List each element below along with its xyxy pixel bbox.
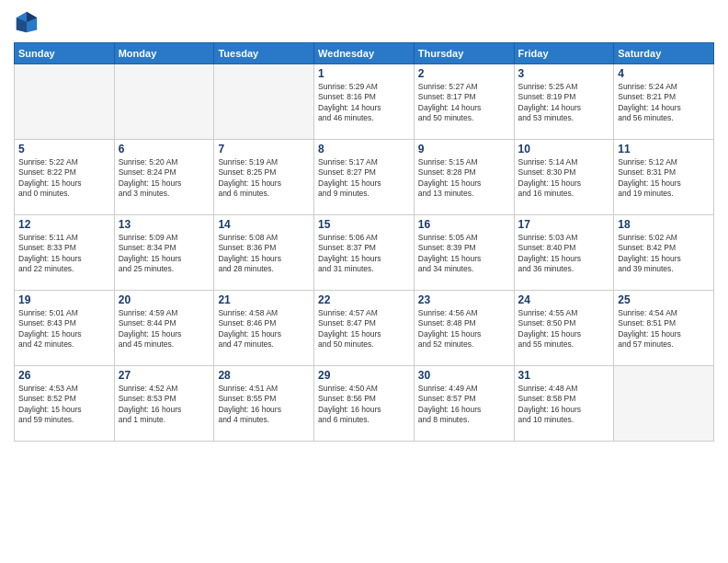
day-number: 26: [18, 369, 110, 382]
calendar-week-row: 1Sunrise: 5:29 AM Sunset: 8:16 PM Daylig…: [15, 64, 714, 140]
day-info: Sunrise: 5:11 AM Sunset: 8:33 PM Dayligh…: [18, 233, 110, 275]
calendar-cell: 25Sunrise: 4:54 AM Sunset: 8:51 PM Dayli…: [614, 291, 714, 366]
calendar-cell: 21Sunrise: 4:58 AM Sunset: 8:46 PM Dayli…: [214, 291, 314, 366]
day-number: 2: [418, 67, 510, 80]
day-number: 8: [318, 143, 410, 155]
calendar-cell: 12Sunrise: 5:11 AM Sunset: 8:33 PM Dayli…: [15, 215, 115, 291]
calendar-table: SundayMondayTuesdayWednesdayThursdayFrid…: [14, 42, 714, 442]
calendar-cell: 1Sunrise: 5:29 AM Sunset: 8:16 PM Daylig…: [314, 64, 415, 140]
calendar-cell: [114, 64, 214, 140]
day-info: Sunrise: 4:51 AM Sunset: 8:55 PM Dayligh…: [218, 384, 310, 426]
calendar-cell: 10Sunrise: 5:14 AM Sunset: 8:30 PM Dayli…: [514, 140, 614, 215]
day-number: 7: [218, 143, 310, 155]
day-info: Sunrise: 5:15 AM Sunset: 8:28 PM Dayligh…: [418, 157, 510, 200]
day-number: 9: [418, 143, 510, 155]
day-number: 27: [119, 369, 210, 382]
col-header-tuesday: Tuesday: [214, 43, 314, 64]
day-info: Sunrise: 5:02 AM Sunset: 8:42 PM Dayligh…: [618, 233, 710, 275]
calendar-cell: 6Sunrise: 5:20 AM Sunset: 8:24 PM Daylig…: [114, 140, 214, 215]
calendar-cell: 30Sunrise: 4:49 AM Sunset: 8:57 PM Dayli…: [414, 366, 514, 442]
day-number: 11: [618, 143, 710, 155]
day-number: 20: [119, 293, 210, 306]
day-info: Sunrise: 4:56 AM Sunset: 8:48 PM Dayligh…: [418, 308, 510, 350]
day-info: Sunrise: 5:19 AM Sunset: 8:25 PM Dayligh…: [218, 157, 310, 200]
calendar-cell: 7Sunrise: 5:19 AM Sunset: 8:25 PM Daylig…: [214, 140, 314, 215]
calendar-week-row: 26Sunrise: 4:53 AM Sunset: 8:52 PM Dayli…: [15, 366, 714, 442]
calendar-cell: 28Sunrise: 4:51 AM Sunset: 8:55 PM Dayli…: [214, 366, 314, 442]
calendar-cell: 24Sunrise: 4:55 AM Sunset: 8:50 PM Dayli…: [514, 291, 614, 366]
col-header-monday: Monday: [114, 43, 214, 64]
calendar-cell: 17Sunrise: 5:03 AM Sunset: 8:40 PM Dayli…: [514, 215, 614, 291]
day-number: 19: [18, 293, 110, 306]
calendar-cell: 8Sunrise: 5:17 AM Sunset: 8:27 PM Daylig…: [314, 140, 415, 215]
calendar-cell: 27Sunrise: 4:52 AM Sunset: 8:53 PM Dayli…: [114, 366, 214, 442]
day-info: Sunrise: 4:48 AM Sunset: 8:58 PM Dayligh…: [518, 384, 610, 426]
calendar-cell: 4Sunrise: 5:24 AM Sunset: 8:21 PM Daylig…: [614, 64, 714, 140]
day-number: 22: [318, 293, 410, 306]
calendar-week-row: 19Sunrise: 5:01 AM Sunset: 8:43 PM Dayli…: [15, 291, 714, 366]
day-info: Sunrise: 4:54 AM Sunset: 8:51 PM Dayligh…: [618, 308, 710, 350]
day-number: 13: [119, 218, 210, 231]
day-info: Sunrise: 5:27 AM Sunset: 8:17 PM Dayligh…: [418, 82, 510, 124]
day-info: Sunrise: 5:14 AM Sunset: 8:30 PM Dayligh…: [518, 157, 610, 200]
calendar-cell: 13Sunrise: 5:09 AM Sunset: 8:34 PM Dayli…: [114, 215, 214, 291]
day-info: Sunrise: 4:55 AM Sunset: 8:50 PM Dayligh…: [518, 308, 610, 350]
day-info: Sunrise: 5:01 AM Sunset: 8:43 PM Dayligh…: [18, 308, 110, 350]
day-number: 28: [218, 369, 310, 382]
day-info: Sunrise: 4:53 AM Sunset: 8:52 PM Dayligh…: [18, 384, 110, 426]
calendar-cell: 18Sunrise: 5:02 AM Sunset: 8:42 PM Dayli…: [614, 215, 714, 291]
calendar-cell: 19Sunrise: 5:01 AM Sunset: 8:43 PM Dayli…: [15, 291, 115, 366]
logo: [14, 9, 41, 35]
calendar-cell: 5Sunrise: 5:22 AM Sunset: 8:22 PM Daylig…: [15, 140, 115, 215]
day-number: 29: [318, 369, 410, 382]
calendar-cell: [614, 366, 714, 442]
day-info: Sunrise: 5:17 AM Sunset: 8:27 PM Dayligh…: [318, 157, 410, 200]
calendar-week-row: 12Sunrise: 5:11 AM Sunset: 8:33 PM Dayli…: [15, 215, 714, 291]
day-info: Sunrise: 5:29 AM Sunset: 8:16 PM Dayligh…: [318, 82, 410, 124]
day-info: Sunrise: 5:24 AM Sunset: 8:21 PM Dayligh…: [618, 82, 710, 124]
calendar-cell: 2Sunrise: 5:27 AM Sunset: 8:17 PM Daylig…: [414, 64, 514, 140]
day-info: Sunrise: 5:06 AM Sunset: 8:37 PM Dayligh…: [318, 233, 410, 275]
day-number: 3: [518, 67, 610, 80]
day-info: Sunrise: 4:59 AM Sunset: 8:44 PM Dayligh…: [119, 308, 210, 350]
col-header-friday: Friday: [514, 43, 614, 64]
day-info: Sunrise: 4:52 AM Sunset: 8:53 PM Dayligh…: [119, 384, 210, 426]
day-number: 4: [618, 67, 710, 80]
day-info: Sunrise: 4:57 AM Sunset: 8:47 PM Dayligh…: [318, 308, 410, 350]
day-number: 23: [418, 293, 510, 306]
day-number: 1: [318, 67, 410, 80]
logo-icon: [14, 9, 40, 35]
page-container: SundayMondayTuesdayWednesdayThursdayFrid…: [0, 0, 728, 451]
calendar-cell: 31Sunrise: 4:48 AM Sunset: 8:58 PM Dayli…: [514, 366, 614, 442]
day-info: Sunrise: 4:50 AM Sunset: 8:56 PM Dayligh…: [318, 384, 410, 426]
calendar-week-row: 5Sunrise: 5:22 AM Sunset: 8:22 PM Daylig…: [15, 140, 714, 215]
day-info: Sunrise: 4:58 AM Sunset: 8:46 PM Dayligh…: [218, 308, 310, 350]
calendar-cell: 20Sunrise: 4:59 AM Sunset: 8:44 PM Dayli…: [114, 291, 214, 366]
day-number: 24: [518, 293, 610, 306]
day-number: 16: [418, 218, 510, 231]
col-header-wednesday: Wednesday: [314, 43, 415, 64]
day-number: 31: [518, 369, 610, 382]
day-number: 5: [18, 143, 110, 155]
calendar-cell: 29Sunrise: 4:50 AM Sunset: 8:56 PM Dayli…: [314, 366, 415, 442]
day-info: Sunrise: 4:49 AM Sunset: 8:57 PM Dayligh…: [418, 384, 510, 426]
calendar-cell: 3Sunrise: 5:25 AM Sunset: 8:19 PM Daylig…: [514, 64, 614, 140]
day-number: 6: [119, 143, 210, 155]
day-number: 17: [518, 218, 610, 231]
day-number: 10: [518, 143, 610, 155]
day-info: Sunrise: 5:25 AM Sunset: 8:19 PM Dayligh…: [518, 82, 610, 124]
col-header-sunday: Sunday: [15, 43, 115, 64]
calendar-cell: 22Sunrise: 4:57 AM Sunset: 8:47 PM Dayli…: [314, 291, 415, 366]
day-number: 14: [218, 218, 310, 231]
calendar-cell: 26Sunrise: 4:53 AM Sunset: 8:52 PM Dayli…: [15, 366, 115, 442]
day-number: 25: [618, 293, 710, 306]
day-info: Sunrise: 5:20 AM Sunset: 8:24 PM Dayligh…: [119, 157, 210, 200]
calendar-cell: 14Sunrise: 5:08 AM Sunset: 8:36 PM Dayli…: [214, 215, 314, 291]
day-number: 18: [618, 218, 710, 231]
day-number: 21: [218, 293, 310, 306]
day-number: 30: [418, 369, 510, 382]
day-number: 12: [18, 218, 110, 231]
calendar-cell: 9Sunrise: 5:15 AM Sunset: 8:28 PM Daylig…: [414, 140, 514, 215]
day-info: Sunrise: 5:09 AM Sunset: 8:34 PM Dayligh…: [119, 233, 210, 275]
col-header-saturday: Saturday: [614, 43, 714, 64]
